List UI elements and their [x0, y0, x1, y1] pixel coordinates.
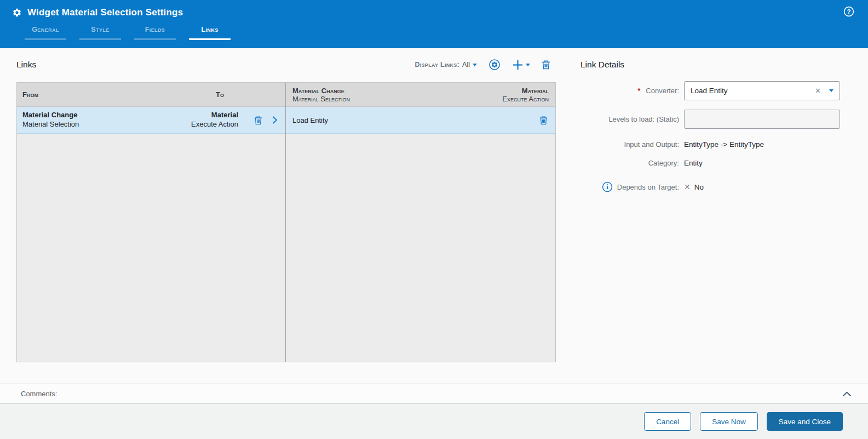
link-converters-table: Material Change Material Selection Mater…: [286, 83, 555, 362]
link-row-selected[interactable]: Material Change Material Selection Mater…: [17, 107, 285, 134]
link-details-title: Link Details: [580, 60, 624, 70]
input-output-label: Input and Output:: [572, 140, 684, 149]
link-details-form: * Converter: Load Entity ✕ Levels to loa…: [572, 81, 846, 199]
tab-bar: General Style Fields Links: [25, 26, 244, 40]
links-toolbar: Display Links: All: [415, 57, 550, 72]
plus-icon: [512, 59, 524, 71]
levels-to-load-input[interactable]: [684, 110, 840, 129]
converter-name: Load Entity: [286, 116, 539, 124]
info-icon[interactable]: i: [602, 181, 613, 192]
header-from-name: Material Change: [292, 87, 502, 95]
from-to-table: From To Material Change Material Selecti…: [17, 83, 286, 362]
svg-text:?: ?: [847, 8, 850, 15]
widget-settings-dialog: Widget Material Selection Settings ? Gen…: [0, 0, 868, 439]
header-to-detail: Execute Action: [502, 95, 549, 103]
x-mark-icon: ✕: [684, 183, 691, 191]
trash-icon: [254, 116, 262, 125]
auto-bind-gear-icon[interactable]: [488, 59, 501, 71]
input-output-value: EntityType -> EntityType: [684, 140, 764, 149]
chevron-right-icon: [272, 116, 278, 124]
save-now-button[interactable]: Save Now: [700, 412, 758, 431]
category-value: Entity: [684, 159, 703, 167]
clear-converter-icon[interactable]: ✕: [815, 87, 821, 95]
tab-style[interactable]: Style: [79, 26, 121, 40]
tab-general[interactable]: General: [25, 26, 66, 40]
delete-links-button[interactable]: [542, 60, 550, 70]
dialog-title: Widget Material Selection Settings: [27, 7, 183, 18]
link-from-detail: Material Selection: [22, 120, 191, 129]
column-header-from: From: [17, 90, 216, 99]
add-link-button[interactable]: [512, 59, 530, 71]
settings-gear-icon: [12, 8, 22, 18]
tab-links[interactable]: Links: [189, 26, 231, 40]
header-from-detail: Material Selection: [292, 95, 502, 103]
converter-label: * Converter:: [572, 87, 684, 95]
svg-text:i: i: [606, 184, 608, 190]
comments-toggle-bar[interactable]: Comments:: [0, 384, 868, 404]
dialog-header: Widget Material Selection Settings ? Gen…: [0, 0, 868, 48]
header-to-name: Material: [502, 87, 549, 95]
cancel-button[interactable]: Cancel: [644, 412, 691, 431]
links-section-title: Links: [16, 60, 36, 70]
column-header-to: To: [216, 90, 285, 99]
display-links-value: All: [462, 61, 470, 69]
depends-on-target-label: i Depends on Target:: [572, 181, 684, 192]
delete-converter-icon[interactable]: [539, 116, 548, 125]
link-to-detail: Execute Action: [191, 120, 238, 129]
required-marker: *: [637, 87, 640, 95]
chevron-down-icon[interactable]: [829, 89, 833, 92]
converters-table-body: [286, 134, 555, 362]
chevron-down-icon: [473, 64, 477, 66]
display-links-dropdown[interactable]: Display Links: All: [415, 61, 477, 69]
converter-value: Load Entity: [691, 87, 815, 95]
help-icon[interactable]: ?: [843, 6, 854, 19]
chevron-up-icon: [842, 391, 852, 397]
trash-icon: [539, 116, 548, 125]
collapse-comments-icon[interactable]: [842, 391, 852, 397]
chevron-down-icon: [526, 64, 530, 66]
link-to-name: Material: [191, 111, 238, 120]
expand-link-icon[interactable]: [272, 116, 278, 124]
converters-table-header: Material Change Material Selection Mater…: [286, 83, 555, 107]
from-to-table-header: From To: [17, 83, 285, 107]
tab-fields[interactable]: Fields: [134, 26, 176, 40]
depends-on-target-value: ✕ No: [684, 183, 704, 191]
from-to-table-body: [17, 134, 285, 362]
display-links-label: Display Links:: [415, 61, 459, 69]
converter-combobox[interactable]: Load Entity ✕: [684, 81, 840, 100]
delete-link-icon[interactable]: [254, 116, 262, 125]
levels-to-load-label: Levels to load: (Static): [572, 115, 684, 123]
link-from-name: Material Change: [22, 111, 191, 120]
trash-icon: [542, 60, 550, 70]
save-and-close-button[interactable]: Save and Close: [767, 412, 843, 431]
links-tables: From To Material Change Material Selecti…: [16, 82, 556, 362]
dialog-footer: Cancel Save Now Save and Close: [0, 404, 868, 439]
converter-row-selected[interactable]: Load Entity: [286, 107, 555, 134]
comments-label: Comments:: [21, 390, 57, 398]
category-label: Category:: [572, 159, 684, 167]
